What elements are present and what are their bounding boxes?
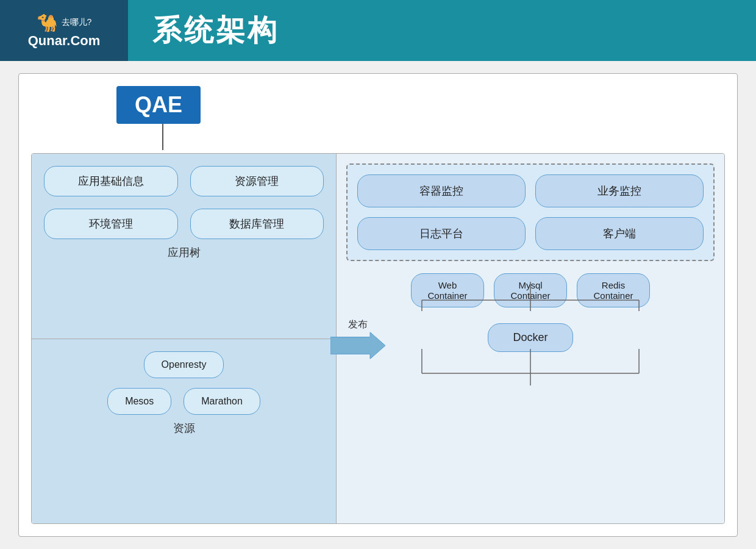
- monitoring-box: 容器监控 业务监控 日志平台 客户端: [346, 163, 715, 261]
- resource-label: 资源: [44, 421, 324, 436]
- logo-icon-row: 🐪 去哪儿?: [37, 13, 92, 33]
- log-platform: 日志平台: [357, 217, 526, 250]
- resource-row-1: Openresty: [44, 351, 324, 378]
- publish-arrow: 发布: [330, 318, 385, 359]
- redis-container: RedisContainer: [577, 273, 650, 307]
- header: 🐪 去哪儿? Qunar.Com 系统架构: [0, 0, 756, 61]
- camel-icon: 🐪: [37, 13, 58, 33]
- web-container: WebContainer: [411, 273, 484, 307]
- monitoring-grid: 容器监控 业务监控 日志平台 客户端: [357, 174, 704, 250]
- resource-grid: Openresty Mesos Marathon: [44, 351, 324, 415]
- logo-line1: 去哪儿?: [62, 17, 92, 28]
- arrow-icon: [330, 332, 385, 359]
- svg-marker-0: [330, 332, 385, 359]
- client: 客户端: [535, 217, 704, 250]
- openresty-box: Openresty: [144, 351, 224, 378]
- containers-row: WebContainer MysqlContainer RedisContain…: [411, 273, 650, 307]
- qae-box: QAE: [116, 86, 201, 124]
- page-title: 系统架构: [128, 11, 279, 50]
- qae-row: QAE: [31, 86, 725, 135]
- docker-box: Docker: [488, 323, 573, 352]
- docker-row: Docker: [346, 323, 715, 352]
- mesos-box: Mesos: [107, 388, 171, 415]
- app-box-db: 数据库管理: [190, 209, 324, 239]
- containers-section: WebContainer MysqlContainer RedisContain…: [346, 271, 715, 307]
- logo-area: 🐪 去哪儿? Qunar.Com: [0, 0, 128, 61]
- app-box-env: 环境管理: [44, 209, 178, 239]
- left-panel: 应用基础信息 资源管理 环境管理 数据库管理 应用树 Openresty: [32, 154, 337, 523]
- app-box-resource: 资源管理: [190, 166, 324, 196]
- container-monitor: 容器监控: [357, 174, 526, 207]
- app-tree-grid: 应用基础信息 资源管理 环境管理 数据库管理: [44, 166, 324, 239]
- resource-row-2: Mesos Marathon: [44, 388, 324, 415]
- arrow-label: 发布: [348, 318, 368, 331]
- right-panel: 容器监控 业务监控 日志平台 客户端 WebContainer MysqlCon…: [337, 154, 724, 523]
- app-tree-section: 应用基础信息 资源管理 环境管理 数据库管理 应用树: [32, 154, 336, 339]
- diagram-outer: QAE 应用基础信息 资源管理 环境管理 数据库管理 应用树: [18, 73, 738, 537]
- main-content: QAE 应用基础信息 资源管理 环境管理 数据库管理 应用树: [0, 61, 756, 549]
- app-box-info: 应用基础信息: [44, 166, 178, 196]
- logo-line2: Qunar.Com: [28, 33, 101, 49]
- marathon-box: Marathon: [184, 388, 260, 415]
- app-tree-label: 应用树: [44, 245, 324, 260]
- resource-section: Openresty Mesos Marathon 资源: [32, 339, 336, 524]
- diagram-inner: 应用基础信息 资源管理 环境管理 数据库管理 应用树 Openresty: [31, 153, 725, 524]
- business-monitor: 业务监控: [535, 174, 704, 207]
- mysql-container: MysqlContainer: [494, 273, 567, 307]
- logo-wrapper: 🐪 去哪儿? Qunar.Com: [28, 13, 101, 49]
